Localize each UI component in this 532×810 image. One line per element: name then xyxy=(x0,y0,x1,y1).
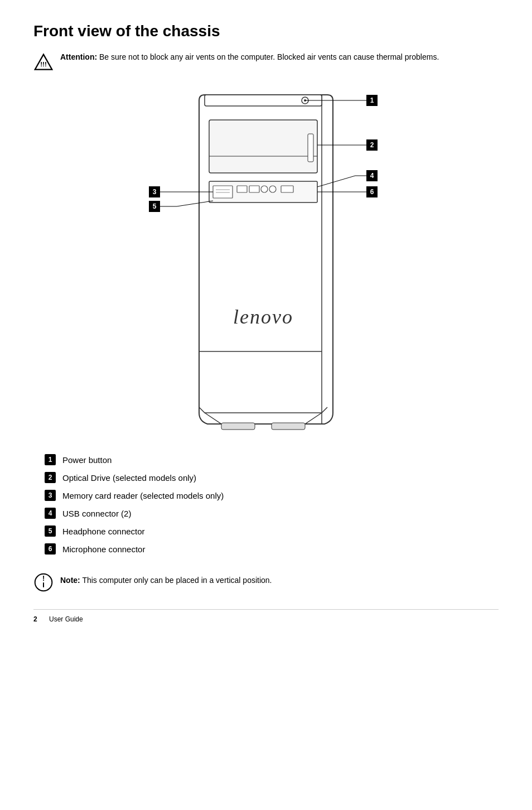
note-text: Note: This computer only can be placed i… xyxy=(60,571,272,586)
legend-text-6: Microphone connector xyxy=(62,544,145,554)
svg-rect-7 xyxy=(308,134,313,162)
svg-text:6: 6 xyxy=(370,188,374,196)
svg-text:3: 3 xyxy=(153,188,157,196)
svg-text:!: ! xyxy=(42,575,45,582)
legend-text-5: Headphone connector xyxy=(62,527,145,536)
note-box: ! Note: This computer only can be placed… xyxy=(33,571,499,592)
legend-text-4: USB connector (2) xyxy=(62,509,131,518)
legend-badge-5: 5 xyxy=(45,525,56,537)
svg-rect-12 xyxy=(237,186,247,192)
attention-icon: !!! xyxy=(33,52,54,73)
chassis-svg: lenovo 1 2 xyxy=(149,89,383,435)
legend-badge-1: 1 xyxy=(45,454,56,465)
legend-item-4: 4 USB connector (2) xyxy=(45,508,499,519)
legend-badge-6: 6 xyxy=(45,543,56,555)
svg-text:5: 5 xyxy=(153,202,157,210)
svg-text:2: 2 xyxy=(370,141,374,149)
page-title: Front view of the chassis xyxy=(33,22,499,40)
attention-box: !!! Attention: Be sure not to block any … xyxy=(33,51,499,73)
legend-item-2: 2 Optical Drive (selected models only) xyxy=(45,472,499,483)
svg-text:!!!: !!! xyxy=(40,60,47,68)
attention-text: Attention: Be sure not to block any air … xyxy=(60,51,439,63)
svg-rect-13 xyxy=(249,186,259,192)
legend-item-5: 5 Headphone connector xyxy=(45,525,499,537)
legend-list: 1 Power button 2 Optical Drive (selected… xyxy=(45,454,499,555)
note-icon: ! xyxy=(33,572,54,592)
chassis-drawing: lenovo 1 2 xyxy=(149,89,383,437)
legend-item-3: 3 Memory card reader (selected models on… xyxy=(45,490,499,501)
svg-point-15 xyxy=(269,186,276,192)
svg-point-14 xyxy=(261,186,268,192)
svg-rect-20 xyxy=(272,423,305,430)
legend-item-1: 1 Power button xyxy=(45,454,499,465)
chassis-diagram: lenovo 1 2 xyxy=(33,89,499,437)
svg-text:1: 1 xyxy=(370,97,374,104)
legend-badge-2: 2 xyxy=(45,472,56,483)
legend-badge-4: 4 xyxy=(45,508,56,519)
svg-rect-5 xyxy=(209,120,317,173)
svg-rect-19 xyxy=(221,423,255,430)
svg-text:lenovo: lenovo xyxy=(233,306,293,328)
svg-rect-9 xyxy=(213,186,233,198)
legend-text-3: Memory card reader (selected models only… xyxy=(62,491,224,500)
legend-badge-3: 3 xyxy=(45,490,56,501)
svg-text:4: 4 xyxy=(370,172,374,180)
legend-text-2: Optical Drive (selected models only) xyxy=(62,473,196,483)
legend-text-1: Power button xyxy=(62,455,112,465)
legend-item-6: 6 Microphone connector xyxy=(45,543,499,555)
svg-rect-16 xyxy=(281,186,293,192)
footer: 2 User Guide xyxy=(33,609,499,623)
